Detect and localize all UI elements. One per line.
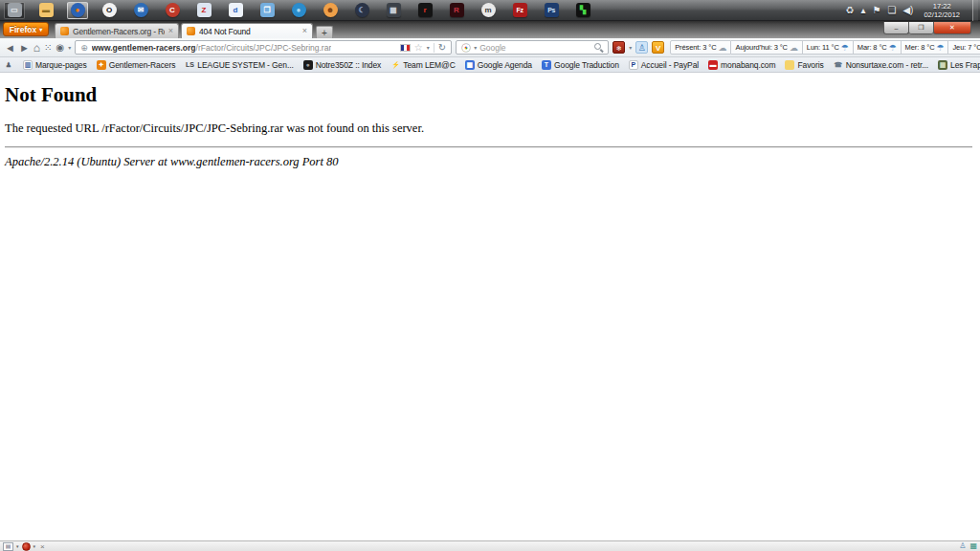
taskbar-show-desktop-icon[interactable]: ▭ [4,2,25,19]
weather-extension-bar: Présent: 3 °C☁Aujourd'hui: 3 °C☁Lun: 11 … [670,40,980,55]
search-icon[interactable] [594,43,603,52]
firefox-glyph: ● [71,3,85,17]
weather-segment-3[interactable]: Lun: 11 °C☂ [803,40,854,55]
forward-button[interactable]: ► [19,39,30,56]
tab-title: Gentlemen-Racers.org - Répondre au... [73,27,165,36]
taskbar-blue-sphere-app-icon[interactable]: ● [288,2,309,19]
bookmark-item[interactable]: PAccueil - PayPal [629,60,699,70]
bookmark-favicon: LS [185,60,194,70]
weather-segment-4[interactable]: Mar: 8 °C☂ [854,40,902,55]
taskbar-racing-sim-icon[interactable]: R [446,2,467,19]
france-flag-icon[interactable] [400,44,411,52]
new-tab-button[interactable]: + [316,26,333,38]
bookmark-label: Accueil - PayPal [641,60,699,70]
status-grid-icon[interactable]: ▦ [969,541,977,551]
taskbar-photoshop-icon[interactable]: Ps [541,2,562,19]
firefox-menu-button[interactable]: Firefox ▾ [3,22,49,36]
caret-down-icon[interactable]: ▾ [33,543,36,549]
taskbar-explorer-icon[interactable]: ▬ [35,2,56,19]
weather-segment-1[interactable]: Présent: 3 °C☁ [670,40,731,55]
system-tray: ♻▴⚑❏◀) 17:22 02/12/2012 [845,0,980,21]
bookmark-label: LEAGUE SYSTEM - Gen... [197,60,293,70]
addon-bar: ▤ ▾ ▾ × ♙▦ [0,540,980,551]
caret-down-icon[interactable]: ▾ [16,543,19,549]
weather-segment-6[interactable]: Jeu: 7 °C☁ [948,40,980,55]
weather-label: Jeu: 7 °C [952,43,980,52]
bookmark-item[interactable]: LSLEAGUE SYSTEM - Gen... [185,60,293,70]
bookmark-item[interactable]: ●Notre350Z :: Index [303,60,382,70]
remote-desktop-glyph: ❐ [260,3,275,17]
taskbar-rfactor-icon[interactable]: r [414,2,435,19]
taskbar-thunderbird-icon[interactable]: ✉ [130,2,151,19]
firefox-titlebar: Firefox ▾ Gentlemen-Racers.org - Répondr… [0,21,980,38]
bookmark-label: Gentlemen-Racers [109,60,176,70]
bookmark-item[interactable]: ☎Nonsurtaxe.com - retr... [834,60,928,70]
taskbar-ccleaner-icon[interactable]: C [162,2,183,19]
home-button[interactable]: ⌂ [33,39,40,56]
taskbar-moon-swirl-app-icon[interactable]: ☾ [351,2,372,19]
page-options-icon[interactable]: ▤ [3,542,13,551]
taskbar-opera-icon[interactable]: O [99,2,120,19]
caret-down-icon[interactable]: ▾ [474,44,477,51]
restore-button[interactable]: ❐ [909,22,933,34]
tab-close-icon[interactable]: × [302,27,307,35]
bookmark-label: Notre350Z :: Index [316,60,382,70]
hidden-icons-caret-icon[interactable]: ▴ [860,2,865,19]
bookmark-item[interactable]: ⚡Team LEM@C [390,60,455,70]
search-input[interactable]: ▾ Google [456,40,609,55]
v-shield-extension-icon[interactable]: V [652,41,664,54]
recycle-bin-icon[interactable]: ♻ [845,2,854,19]
taskbar-app-icons: ▭▬●O✉CZd❐●☻☾▩rRmFzPs▚ [4,2,604,19]
bookmarks-toolbar: ♟▥Marque-pages✦Gentlemen-RacersLSLEAGUE … [0,57,980,73]
taskbar-remote-desktop-icon[interactable]: ❐ [256,2,278,19]
bookmark-item[interactable]: ♟ [4,60,13,70]
paw-extension-icon[interactable]: ⁙ [44,39,52,56]
bookmark-star-icon[interactable]: ☆ [414,42,423,53]
bookmark-item[interactable]: ▬monabanq.com [708,60,775,70]
bookmark-item[interactable]: ▦Google Agenda [465,60,532,70]
show-desktop-button[interactable] [972,0,978,21]
close-window-button[interactable]: ✕ [933,22,971,34]
back-button[interactable]: ◄ [5,39,15,56]
taskbar-firefox-icon[interactable]: ● [67,2,88,19]
action-center-flag-icon[interactable]: ⚑ [872,2,880,19]
bookmark-item[interactable]: ▦Les Frappadingues [938,60,980,70]
adblock-icon[interactable]: ❄ [612,41,625,54]
taskbar-blue-d-app-icon[interactable]: d [225,2,246,19]
moon-swirl-app-glyph: ☾ [355,3,369,17]
globe-menu-icon[interactable]: ◉ [56,39,64,56]
taskbar-filezilla-icon[interactable]: Fz [509,2,530,19]
taskbar-color-app-icon[interactable]: ▚ [572,2,593,19]
taskbar-photo-tool-icon[interactable]: ▩ [383,2,404,19]
minimize-button[interactable]: – [883,22,909,34]
bookmark-item[interactable]: ▥Marque-pages [23,60,87,70]
adblock-status-icon[interactable] [22,542,31,551]
weather-segment-5[interactable]: Mer: 8 °C☂ [902,40,949,55]
reload-icon[interactable]: ↻ [438,42,446,53]
rain-icon: ☂ [841,43,849,53]
url-input[interactable]: ⊕ www.gentlemen-racers.org/rFactor/Circu… [75,40,452,55]
tab-close-icon[interactable]: × [168,27,173,35]
tab-2[interactable]: 404 Not Found× [181,23,313,38]
weather-segment-2[interactable]: Aujourd'hui: 3 °C☁ [731,40,802,55]
network-icon[interactable]: ❏ [887,2,896,19]
thunderbird-glyph: ✉ [134,3,148,17]
bookmark-item[interactable]: ✦Gentlemen-Racers [97,60,176,70]
volume-icon[interactable]: ◀) [902,2,913,19]
taskbar-zonealarm-icon[interactable]: Z [193,2,214,19]
caret-down-icon[interactable]: ▾ [427,44,430,51]
bookmark-item[interactable]: TGoogle Traduction [542,60,619,70]
caret-down-icon[interactable]: ▾ [629,44,632,51]
taskbar-avatar-app-icon[interactable]: ☻ [320,2,341,19]
bookmark-label: Nonsurtaxe.com - retr... [846,60,928,70]
taskbar-m-app-icon[interactable]: m [478,2,499,19]
caret-down-icon[interactable]: ▾ [68,44,71,51]
taskbar-clock[interactable]: 17:22 02/12/2012 [920,2,964,19]
blue-extension-icon[interactable]: ♙ [635,41,648,54]
cloud-icon: ☁ [719,43,727,53]
weather-label: Mar: 8 °C [858,43,887,52]
status-person-icon[interactable]: ♙ [959,541,966,551]
close-addon-bar-icon[interactable]: × [40,542,45,551]
tab-1[interactable]: Gentlemen-Racers.org - Répondre au...× [55,23,179,38]
bookmark-item[interactable]: Favoris [785,60,823,70]
